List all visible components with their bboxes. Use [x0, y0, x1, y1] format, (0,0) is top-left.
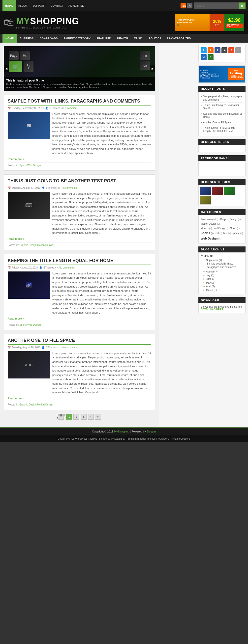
- post-3: KEEPING THE TITLE LENGTH EQUAL FOR HOME …: [4, 254, 155, 330]
- topbar-home[interactable]: HOME: [3, 0, 16, 12]
- cat-print-design[interactable]: Print Design (1): [212, 227, 229, 230]
- cat-motion-design[interactable]: Motion Design (3): [201, 222, 220, 225]
- social-icon-8[interactable]: G: [207, 54, 213, 60]
- hosting-banner-sidebar[interactable]: $6.95/mo UNLIMITED SPACE, TRANSFER DOMAI…: [198, 66, 245, 83]
- search-input[interactable]: [194, 2, 239, 9]
- page-2[interactable]: 2: [73, 414, 79, 420]
- post-4-read-more[interactable]: Read more »: [8, 397, 151, 400]
- archive-may-link[interactable]: May (2): [206, 282, 214, 284]
- cat-graphic-design[interactable]: Graphic Design (3): [220, 218, 241, 221]
- social-icon-7[interactable]: M: [201, 54, 207, 60]
- topbar-support[interactable]: SUPPORT: [30, 0, 48, 12]
- theme-thumb-1[interactable]: [200, 186, 211, 195]
- post-3-category[interactable]: Sports Web Design: [19, 324, 41, 326]
- cat-test[interactable]: Test (1): [214, 232, 222, 234]
- logo-icon: 🛍: [4, 16, 14, 28]
- footer-blogger-link[interactable]: Blogger: [147, 430, 156, 433]
- theme-thumb-4[interactable]: [200, 196, 211, 204]
- footer-lasantha-link[interactable]: Lasantha - Premium Blogger Themes: [114, 438, 155, 440]
- archive-aug[interactable]: ► August (3): [203, 270, 243, 274]
- post-2-category[interactable]: Graphic Design Motion Design: [19, 244, 53, 246]
- logo-my: MY: [16, 16, 30, 26]
- theme-thumb-2[interactable]: [212, 186, 223, 195]
- nav-downloads[interactable]: DOWNLOADS: [37, 34, 61, 43]
- pagination: Pages 4 1 2 3 › »: [4, 414, 155, 420]
- post-2-date: Tuesday, August 31, 2010: [12, 186, 41, 189]
- recent-post-1-link[interactable]: Sample post with, links, paragraphs and …: [203, 95, 243, 101]
- page-next[interactable]: ›: [88, 414, 94, 420]
- page-3[interactable]: 3: [81, 414, 87, 420]
- theme-thumb-3[interactable]: [224, 186, 235, 195]
- nav-uncategorized[interactable]: UNCATEGORIZED: [164, 34, 194, 43]
- archive-may[interactable]: ► May (2): [203, 281, 243, 284]
- archive-mar[interactable]: ► March (1): [203, 288, 243, 292]
- page-last[interactable]: »: [95, 414, 101, 420]
- cat-movies[interactable]: Movies (1): [201, 227, 212, 230]
- stumbleupon-icon[interactable]: S: [228, 47, 234, 53]
- post-4-category[interactable]: Graphic Design Motion Design: [19, 403, 53, 406]
- topbar-advertise[interactable]: ADVERTISE: [66, 0, 86, 12]
- cat-entertainment[interactable]: Entertainment (1): [201, 218, 219, 221]
- nav-health[interactable]: HEALTH: [114, 34, 131, 43]
- hostgator-banner[interactable]: HOSTGATOR.COM1-866-96-GATOR 🐊 20% OFF $3…: [175, 14, 244, 31]
- archive-jul[interactable]: ► July (3): [203, 274, 243, 277]
- post-4-comments[interactable]: No comments: [62, 346, 77, 349]
- nav-politics[interactable]: POLITICS: [146, 34, 164, 43]
- post-1-read-more[interactable]: Read more »: [8, 158, 151, 160]
- social-icon-6[interactable]: U: [235, 47, 241, 53]
- post-3-comments[interactable]: No comments: [59, 266, 74, 269]
- search-button[interactable]: ▶: [239, 2, 245, 9]
- cat-title[interactable]: Title (2): [223, 232, 231, 234]
- featured-desc: Replace these every slider sentences wit…: [6, 83, 152, 89]
- footer-wp-themes-link[interactable]: Free WordPress Themes: [69, 438, 97, 440]
- archive-jul-link[interactable]: July (3): [206, 274, 214, 277]
- recent-post-5-link[interactable]: This Is Going To Be A Decent Length Titl…: [203, 126, 243, 133]
- social-widget: T R f ⊞ S U M G: [198, 45, 245, 62]
- archive-aug-link[interactable]: August (3): [206, 270, 217, 273]
- download-link[interactable]: DOWNLOAD HERE.: [201, 308, 224, 311]
- recent-post-2-link[interactable]: This is Just Going To Be Another Test Po…: [203, 104, 243, 110]
- topbar-about[interactable]: ABOUT: [16, 0, 30, 12]
- nav-parent-category[interactable]: PARENT CATEGORY: [61, 34, 94, 43]
- post-2-read-more[interactable]: Read more »: [8, 237, 151, 240]
- archive-apr-link[interactable]: April (2): [206, 285, 215, 288]
- post-2-comments[interactable]: No comments: [62, 186, 77, 189]
- footer-site-link[interactable]: MyShopping: [114, 430, 129, 433]
- facebook-icon[interactable]: f: [214, 47, 220, 53]
- cat-short[interactable]: Short (1): [230, 227, 239, 230]
- rss-icon[interactable]: RSS: [180, 3, 186, 8]
- archive-sep-label: September (1): [206, 259, 222, 262]
- archive-sep-post-1[interactable]: Sample post with, links, paragraphs and …: [207, 262, 236, 268]
- page-1[interactable]: 1: [66, 414, 72, 420]
- archive-mar-link[interactable]: March (1): [206, 289, 217, 292]
- post-4-image: ABC: [8, 351, 50, 378]
- footer-main: Copyright © 2011 MyShopping | Powered by…: [0, 427, 248, 436]
- cat-web-design[interactable]: Web Design (4): [201, 237, 221, 240]
- feed-icon[interactable]: R: [207, 47, 213, 53]
- archive-apr[interactable]: ► April (2): [203, 284, 243, 288]
- featured-next[interactable]: ▶: [150, 65, 155, 72]
- post-3-read-more[interactable]: Read more »: [8, 317, 151, 320]
- cat-sports[interactable]: Sports (4): [201, 231, 213, 235]
- nav-home[interactable]: HOME: [3, 34, 17, 43]
- nav-featured[interactable]: FEATURED: [94, 34, 114, 43]
- aug-icon: ►: [203, 270, 205, 273]
- archive-jun-link[interactable]: June (2): [206, 278, 215, 280]
- recent-post-4-link[interactable]: Another One to Fill Space: [203, 121, 232, 124]
- post-1-category[interactable]: Sports Web Design: [19, 164, 41, 167]
- email-icon[interactable]: ✉: [187, 3, 192, 8]
- apr-icon: ►: [203, 285, 205, 288]
- archive-jun[interactable]: ► June (2): [203, 277, 243, 281]
- cat-update[interactable]: Update (1): [232, 232, 243, 234]
- nav-music[interactable]: MUSIC: [131, 34, 146, 43]
- topbar-contact[interactable]: CONTACT: [48, 0, 66, 12]
- tag-icon: 🏷: [61, 107, 64, 110]
- social-icon-4[interactable]: ⊞: [221, 47, 227, 53]
- twitter-icon[interactable]: T: [201, 47, 207, 53]
- recent-post-3-link[interactable]: Keeping The Title Length Equal For Home: [203, 112, 243, 119]
- nav-business[interactable]: BUSINESS: [17, 34, 37, 43]
- archive-sep[interactable]: ▼ September (1): [203, 258, 243, 262]
- featured-prev[interactable]: ◀: [4, 65, 9, 72]
- footer-walgreens-link[interactable]: Walgreens Printable Coupons: [157, 438, 190, 440]
- post-1-comments[interactable]: 1 comment: [65, 107, 77, 110]
